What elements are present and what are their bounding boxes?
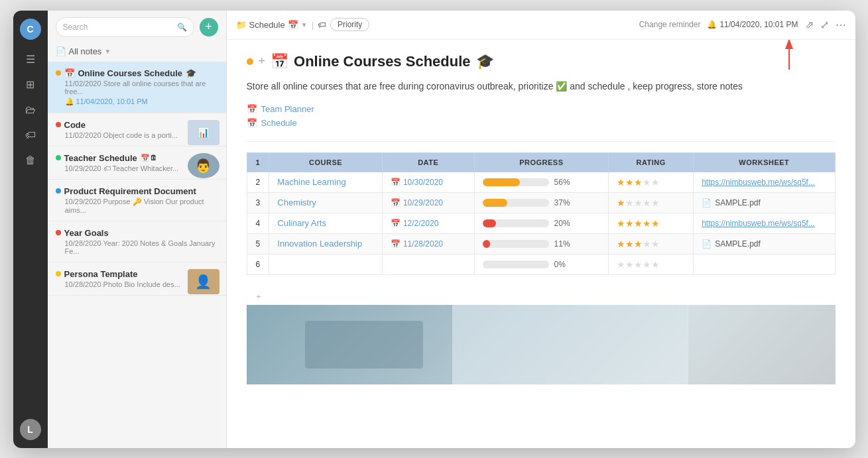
progress-bar — [483, 240, 549, 248]
note-title-area: + 📅 Online Courses Schedule 🎓 — [247, 53, 836, 70]
course-worksheet[interactable]: https://nimbusweb.me/ws/sq5f... — [694, 172, 835, 192]
calendar-icon: 📅 — [288, 20, 298, 30]
note-title: Product Requirement Document — [64, 186, 196, 196]
course-name[interactable]: Chemistry — [269, 192, 383, 213]
more-options-icon[interactable]: ⋯ — [836, 19, 846, 31]
toolbar: 📁 Schedule 📅 ▼ | 🏷 Priority Change remin… — [227, 11, 855, 40]
course-worksheet[interactable]: 📄SAMPLE.pdf — [694, 192, 835, 213]
graduation-emoji: 🎓 — [476, 53, 494, 70]
course-name[interactable]: Culinary Arts — [269, 213, 383, 233]
star-icon: ★ — [651, 177, 660, 188]
star-icon: ★ — [625, 177, 634, 188]
table-header-progress: PROGRESS — [474, 152, 609, 172]
status-dot — [56, 122, 61, 127]
note-thumbnail: 👤 — [188, 269, 219, 294]
schedule-link[interactable]: 📅 Schedule — [247, 118, 836, 128]
team-planner-link[interactable]: 📅 Team Planner — [247, 104, 836, 114]
table-header-num: 1 — [247, 152, 269, 172]
trash-icon[interactable]: 🗑 — [20, 150, 41, 171]
grid-icon[interactable]: ⊞ — [20, 74, 41, 95]
reminder-date-text: 11/04/2020, 10:01 PM — [719, 20, 798, 29]
table-row: 6 0% ★★★★★ — [247, 254, 835, 274]
worksheet-url[interactable]: https://nimbusweb.me/ws/sq5f... — [702, 219, 815, 228]
course-date — [382, 254, 474, 274]
course-progress: 37% — [474, 192, 609, 213]
pdf-icon: 📄 — [702, 239, 712, 249]
row-number: 4 — [247, 213, 269, 233]
star-icon: ★ — [643, 198, 651, 208]
course-rating: ★★★★★ — [609, 172, 694, 192]
note-title: Year Goals — [64, 228, 109, 238]
progress-fill — [483, 240, 490, 248]
star-icon: ★ — [617, 239, 625, 249]
progress-percent: 11% — [554, 239, 570, 249]
list-item[interactable]: Code 11/02/2020 Object code is a porti..… — [48, 113, 226, 146]
progress-percent: 56% — [554, 178, 570, 187]
note-title: Teacher Schedule — [64, 153, 137, 163]
status-dot — [56, 70, 61, 76]
priority-label: Priority — [338, 20, 362, 29]
list-item[interactable]: Product Requirement Document 10/29/2020 … — [48, 180, 226, 221]
tag-icon[interactable]: 🏷 — [20, 125, 41, 146]
progress-bar — [483, 260, 549, 268]
menu-icon[interactable]: ☰ — [20, 49, 41, 70]
list-item[interactable]: Year Goals 10/28/2020 Year: 2020 Notes &… — [48, 221, 226, 262]
add-icon: + — [259, 54, 266, 68]
course-name — [269, 254, 383, 274]
star-icon: ★ — [625, 239, 634, 249]
row-number: 6 — [247, 254, 269, 274]
progress-percent: 37% — [554, 198, 570, 207]
search-text: Search — [63, 23, 88, 32]
pdf-icon: 📄 — [702, 198, 712, 207]
all-notes-dropdown[interactable]: 📄 All notes ▼ — [48, 44, 226, 62]
status-dot — [56, 188, 61, 194]
priority-badge[interactable]: Priority — [330, 18, 369, 31]
table-row: 2Machine Learning📅 10/30/2020 56% ★★★★★h… — [247, 172, 835, 192]
notes-panel: Search 🔍 + 📄 All notes ▼ 📅 Online Course… — [48, 11, 227, 448]
change-reminder-button[interactable]: Change reminder — [639, 20, 701, 29]
table-row: 5Innovation Leadership📅 11/28/2020 11% ★… — [247, 233, 835, 254]
progress-bar — [483, 219, 549, 227]
row-number: 3 — [247, 192, 269, 213]
search-icon: 🔍 — [177, 23, 187, 32]
row-number: 2 — [247, 172, 269, 192]
list-item[interactable]: 📅 Online Courses Schedule 🎓 11/02/2020 S… — [48, 62, 226, 113]
course-name[interactable]: Machine Learning — [269, 172, 383, 192]
list-item[interactable]: Persona Template 10/28/2020 Photo Bio In… — [48, 262, 226, 296]
course-date: 📅 10/29/2020 — [382, 192, 474, 213]
reminder-label: Change reminder — [639, 20, 701, 29]
photo-mid — [452, 305, 688, 384]
star-icon: ★ — [643, 239, 651, 249]
star-icon: ★ — [617, 177, 625, 188]
course-progress: 56% — [474, 172, 609, 192]
plus-icon: ＋ — [255, 291, 263, 302]
course-rating: ★★★★★ — [609, 254, 694, 274]
expand-icon[interactable]: ⤢ — [820, 19, 829, 31]
notes-header: Search 🔍 + — [48, 11, 226, 44]
share-icon[interactable]: ⇗ — [805, 19, 814, 31]
list-item[interactable]: Teacher Schedule 📅🗓 10/29/2020 🏷 Teacher… — [48, 146, 226, 180]
breadcrumb[interactable]: 📁 Schedule 📅 ▼ — [236, 20, 308, 30]
folder-icon: 📁 — [236, 20, 247, 30]
all-notes-label: All notes — [69, 46, 102, 56]
course-worksheet[interactable]: 📄SAMPLE.pdf — [694, 233, 835, 254]
folder-icon[interactable]: 🗁 — [20, 99, 41, 121]
worksheet-url[interactable]: https://nimbusweb.me/ws/sq5f... — [702, 178, 815, 187]
calendar-icon: 📅🗓 — [141, 154, 157, 162]
table-header-rating: RATING — [609, 152, 694, 172]
search-box[interactable]: Search 🔍 — [56, 17, 194, 37]
course-name[interactable]: Innovation Leadership — [269, 233, 383, 254]
photo-right — [688, 305, 836, 384]
photo-section — [247, 305, 836, 384]
course-rating: ★★★★★ — [609, 192, 694, 213]
course-progress: 20% — [474, 213, 609, 233]
add-note-button[interactable]: + — [200, 18, 218, 36]
status-dot — [56, 271, 61, 276]
course-worksheet[interactable]: https://nimbusweb.me/ws/sq5f... — [694, 213, 835, 233]
note-reminder: 🔔 11/04/2020, 10:01 PM — [65, 97, 218, 106]
add-column-row[interactable]: ＋ — [247, 288, 836, 305]
note-preview: 11/02/2020 Store all online courses that… — [65, 80, 218, 95]
progress-bar — [483, 199, 549, 207]
main-content: 📁 Schedule 📅 ▼ | 🏷 Priority Change remin… — [227, 11, 855, 448]
star-icon: ★ — [651, 218, 660, 229]
